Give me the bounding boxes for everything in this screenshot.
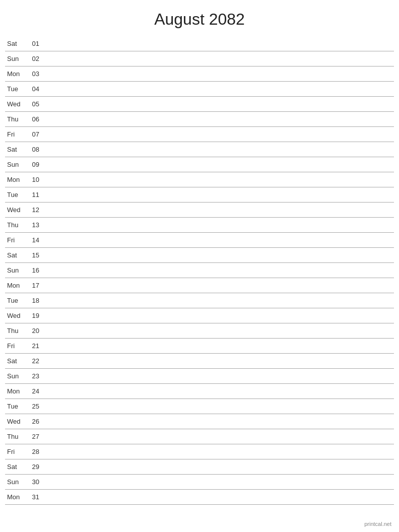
day-line xyxy=(43,361,394,361)
day-name: Fri xyxy=(5,130,25,138)
day-number: 12 xyxy=(25,206,39,214)
day-number: 20 xyxy=(25,327,39,335)
day-name: Fri xyxy=(5,236,25,244)
day-row: Sun30 xyxy=(5,475,394,490)
footer-text: printcal.net xyxy=(364,521,391,527)
day-row: Thu20 xyxy=(5,323,394,339)
day-name: Thu xyxy=(5,221,25,229)
day-name: Sat xyxy=(5,251,25,259)
page-title: August 2082 xyxy=(0,0,399,36)
day-line xyxy=(43,119,394,119)
day-number: 15 xyxy=(25,251,39,259)
day-line xyxy=(43,436,394,437)
day-row: Sat08 xyxy=(5,142,394,157)
day-row: Sat22 xyxy=(5,354,394,369)
day-number: 14 xyxy=(25,236,39,244)
day-number: 09 xyxy=(25,161,39,168)
day-name: Wed xyxy=(5,418,25,425)
day-line xyxy=(43,104,394,104)
day-row: Tue11 xyxy=(5,187,394,203)
day-name: Thu xyxy=(5,115,25,123)
day-number: 25 xyxy=(25,403,39,410)
day-name: Wed xyxy=(5,206,25,214)
day-name: Sat xyxy=(5,357,25,365)
day-row: Mon31 xyxy=(5,490,394,505)
day-line xyxy=(43,179,394,180)
day-name: Sun xyxy=(5,55,25,62)
day-line xyxy=(43,134,394,135)
day-row: Sat15 xyxy=(5,248,394,263)
day-number: 22 xyxy=(25,357,39,365)
day-line xyxy=(43,194,394,195)
day-name: Wed xyxy=(5,312,25,319)
day-line xyxy=(43,315,394,316)
day-row: Thu27 xyxy=(5,429,394,444)
day-line xyxy=(43,255,394,255)
day-line xyxy=(43,58,394,59)
day-number: 27 xyxy=(25,433,39,440)
day-number: 23 xyxy=(25,372,39,380)
day-row: Fri14 xyxy=(5,233,394,248)
day-row: Tue18 xyxy=(5,293,394,308)
day-line xyxy=(43,240,394,240)
day-line xyxy=(43,285,394,286)
day-number: 06 xyxy=(25,115,39,123)
day-line xyxy=(43,164,394,165)
day-row: Sun23 xyxy=(5,369,394,384)
day-row: Mon03 xyxy=(5,66,394,82)
day-row: Tue25 xyxy=(5,399,394,414)
day-line xyxy=(43,270,394,271)
day-name: Sat xyxy=(5,40,25,47)
day-row: Sat01 xyxy=(5,36,394,51)
day-line xyxy=(43,300,394,301)
day-number: 03 xyxy=(25,70,39,78)
day-row: Wed26 xyxy=(5,414,394,429)
day-number: 01 xyxy=(25,40,39,47)
day-number: 24 xyxy=(25,387,39,395)
day-line xyxy=(43,406,394,407)
day-row: Sun09 xyxy=(5,157,394,172)
day-row: Thu06 xyxy=(5,112,394,127)
day-number: 16 xyxy=(25,267,39,274)
day-number: 21 xyxy=(25,342,39,350)
day-number: 04 xyxy=(25,85,39,93)
day-number: 18 xyxy=(25,297,39,304)
day-name: Wed xyxy=(5,100,25,108)
day-number: 28 xyxy=(25,448,39,455)
day-number: 08 xyxy=(25,146,39,153)
day-row: Tue04 xyxy=(5,82,394,97)
day-number: 11 xyxy=(25,191,39,198)
day-number: 26 xyxy=(25,418,39,425)
day-name: Fri xyxy=(5,448,25,455)
day-row: Mon17 xyxy=(5,278,394,293)
day-row: Mon24 xyxy=(5,384,394,399)
day-row: Fri21 xyxy=(5,339,394,354)
day-row: Mon10 xyxy=(5,172,394,187)
day-row: Wed12 xyxy=(5,203,394,218)
day-line xyxy=(43,391,394,391)
day-line xyxy=(43,210,394,210)
day-name: Tue xyxy=(5,297,25,304)
day-name: Mon xyxy=(5,176,25,183)
day-row: Fri07 xyxy=(5,127,394,142)
day-line xyxy=(43,330,394,331)
day-line xyxy=(43,451,394,452)
day-name: Mon xyxy=(5,70,25,78)
day-number: 02 xyxy=(25,55,39,62)
day-row: Sun16 xyxy=(5,263,394,278)
day-name: Mon xyxy=(5,282,25,289)
day-number: 10 xyxy=(25,176,39,183)
day-name: Mon xyxy=(5,387,25,395)
day-row: Sat29 xyxy=(5,459,394,475)
day-line xyxy=(43,346,394,346)
day-line xyxy=(43,225,394,225)
day-line xyxy=(43,376,394,376)
day-number: 07 xyxy=(25,130,39,138)
day-name: Fri xyxy=(5,342,25,350)
day-name: Sun xyxy=(5,372,25,380)
day-name: Sun xyxy=(5,267,25,274)
day-line xyxy=(43,497,394,497)
day-name: Sat xyxy=(5,463,25,471)
day-number: 31 xyxy=(25,493,39,501)
day-line xyxy=(43,43,394,44)
